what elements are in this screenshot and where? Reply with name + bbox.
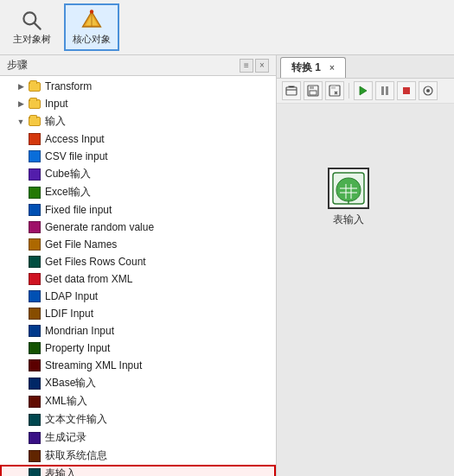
tree-item-input[interactable]: ▶ Input <box>0 95 276 112</box>
tree-item-excel-input[interactable]: Excel输入 <box>0 183 276 201</box>
tree-item-random-input[interactable]: Generate random value <box>0 219 276 236</box>
svg-rect-14 <box>386 86 388 95</box>
label-table-input: 表输入 <box>45 466 76 476</box>
svg-rect-13 <box>381 86 384 95</box>
stop-btn[interactable] <box>397 81 416 100</box>
icon-xml-input <box>28 395 42 409</box>
label-property-input: Property Input <box>45 342 110 354</box>
arrow-shuru: ▼ <box>16 117 26 127</box>
icon-sys-info <box>28 449 42 463</box>
icon-mondrian-input <box>28 324 42 338</box>
left-panel: 步骤 ≡ × ▶ Transform ▶ Input <box>0 55 277 476</box>
run-btn[interactable] <box>354 81 373 100</box>
tree-item-cube-input[interactable]: Cube输入 <box>0 165 276 183</box>
right-panel: 转换 1 × <box>277 55 454 476</box>
icon-ldap-input <box>28 289 42 303</box>
tree-item-csv-input[interactable]: CSV file input <box>0 148 276 165</box>
icon-fixed-input <box>28 203 42 217</box>
folder-icon-shuru <box>28 115 42 129</box>
tree-item-ldif-input[interactable]: LDIF Input <box>0 305 276 322</box>
icon-property-input <box>28 341 42 355</box>
tree-item-generate-records[interactable]: 生成记录 <box>0 428 276 447</box>
label-xbase-input: XBase输入 <box>45 376 96 390</box>
folder-icon-transform <box>28 79 42 93</box>
label-shuru: 输入 <box>45 114 66 129</box>
svg-rect-8 <box>310 86 314 89</box>
main-content: 步骤 ≡ × ▶ Transform ▶ Input <box>0 55 454 476</box>
preview-btn[interactable] <box>419 81 438 100</box>
tab-close-icon[interactable]: × <box>329 63 335 73</box>
tree-item-property-input[interactable]: Property Input <box>0 340 276 357</box>
tree-item-fixed-input[interactable]: Fixed file input <box>0 201 276 219</box>
icon-generate-records <box>28 431 42 445</box>
label-transform: Transform <box>45 80 92 92</box>
label-fixed-input: Fixed file input <box>45 204 112 216</box>
icon-random-input <box>28 220 42 234</box>
canvas-area[interactable]: 表输入 <box>277 104 454 476</box>
tree-item-xbase-input[interactable]: XBase输入 <box>0 374 276 392</box>
icon-ldif-input <box>28 307 42 321</box>
steps-header-label: 步骤 <box>7 58 28 73</box>
icon-file-rows <box>28 255 42 269</box>
tree-item-sys-info[interactable]: 获取系统信息 <box>0 447 276 465</box>
tree-item-file-names[interactable]: Get File Names <box>0 236 276 253</box>
tab-transform1[interactable]: 转换 1 × <box>280 57 346 78</box>
icon-csv-input <box>28 149 42 163</box>
right-toolbar <box>277 79 454 104</box>
tree-item-table-input[interactable]: 表输入 <box>0 465 276 476</box>
canvas-table-input[interactable]: 表输入 <box>324 164 373 231</box>
tree-item-ldap-input[interactable]: LDAP Input <box>0 288 276 305</box>
tree-list: ▶ Transform ▶ Input ▼ 输入 <box>0 76 276 476</box>
pause-btn[interactable] <box>375 81 394 100</box>
canvas-table-input-icon <box>328 168 369 209</box>
steps-menu-icon[interactable]: ≡ <box>240 59 253 73</box>
svg-marker-12 <box>360 86 367 95</box>
tab-transform1-label: 转换 1 <box>291 61 321 73</box>
core-obj-btn[interactable]: 核心对象 <box>64 3 119 51</box>
label-mondrian-input: Mondrian Input <box>45 325 114 337</box>
canvas-table-input-label: 表输入 <box>333 213 364 227</box>
main-toolbar: 主对象树 核心对象 <box>0 0 454 55</box>
label-ldif-input: LDIF Input <box>45 308 93 320</box>
icon-cube-input <box>28 168 42 181</box>
label-access-input: Access Input <box>45 133 105 145</box>
open-btn[interactable] <box>282 81 301 100</box>
toolbar-sep-1 <box>348 83 349 98</box>
tree-item-access-input[interactable]: Access Input <box>0 130 276 148</box>
label-csv-input: CSV file input <box>45 150 108 162</box>
label-random-input: Generate random value <box>45 221 154 233</box>
right-tab-bar: 转换 1 × <box>277 55 454 79</box>
svg-rect-15 <box>403 87 410 94</box>
label-generate-records: 生成记录 <box>45 430 86 445</box>
tree-item-shuru[interactable]: ▼ 输入 <box>0 112 276 130</box>
arrow-transform: ▶ <box>16 81 26 92</box>
tree-item-transform[interactable]: ▶ Transform <box>0 78 276 95</box>
core-obj-label: 核心对象 <box>73 33 111 46</box>
label-data-xml: Get data from XML <box>45 273 132 285</box>
svg-rect-6 <box>286 87 297 95</box>
tree-item-xml-input[interactable]: XML输入 <box>0 392 276 410</box>
label-streaming-input: Streaming XML Input <box>45 359 142 371</box>
main-tree-label: 主对象树 <box>13 33 51 46</box>
steps-close-icon[interactable]: × <box>255 59 269 73</box>
icon-excel-input <box>28 186 42 200</box>
label-cube-input: Cube输入 <box>45 167 91 181</box>
tree-item-mondrian-input[interactable]: Mondrian Input <box>0 322 276 340</box>
save-btn[interactable] <box>304 81 323 100</box>
tree-item-text-input[interactable]: 文本文件输入 <box>0 410 276 428</box>
icon-table-input <box>28 467 42 477</box>
saveas-btn[interactable] <box>325 81 344 100</box>
label-sys-info: 获取系统信息 <box>45 448 107 463</box>
label-file-names: Get File Names <box>45 238 117 251</box>
svg-line-1 <box>35 23 41 29</box>
svg-rect-9 <box>310 91 317 95</box>
icon-file-names <box>28 238 42 251</box>
main-tree-btn[interactable]: 主对象树 <box>5 4 59 50</box>
search-icon <box>18 9 46 33</box>
tree-item-streaming-input[interactable]: Streaming XML Input <box>0 357 276 374</box>
tree-item-file-rows[interactable]: Get Files Rows Count <box>0 253 276 270</box>
label-excel-input: Excel输入 <box>45 185 91 200</box>
svg-point-5 <box>90 10 93 13</box>
folder-icon-input <box>28 97 42 111</box>
tree-item-data-xml[interactable]: Get data from XML <box>0 270 276 288</box>
